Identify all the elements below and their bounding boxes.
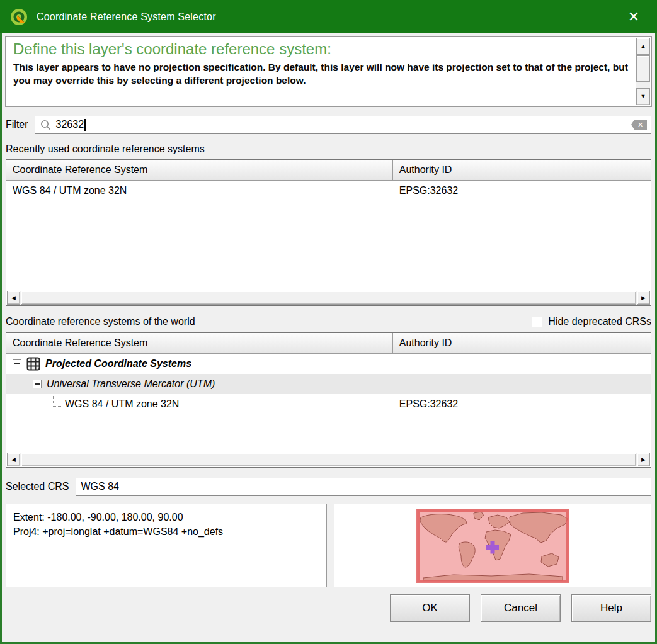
collapse-icon[interactable] xyxy=(13,359,21,368)
scrollbar-thumb[interactable] xyxy=(636,55,650,82)
text-caret xyxy=(84,119,86,131)
world-horizontal-scrollbar[interactable]: ◀ ▶ xyxy=(7,453,650,466)
filter-input[interactable]: 32632 ✕ xyxy=(35,116,651,134)
tree-item-label[interactable]: Projected Coordinate Systems xyxy=(45,358,191,370)
scrollbar-thumb[interactable] xyxy=(21,291,636,305)
authority-id-cell[interactable]: EPSG:32632 xyxy=(393,398,464,410)
hide-deprecated-label: Hide deprecated CRSs xyxy=(548,316,651,327)
recent-table-header: Coordinate Reference System Authority ID xyxy=(6,160,651,181)
window-title: Coordinate Reference System Selector xyxy=(37,11,216,23)
scroll-left-icon[interactable]: ◀ xyxy=(7,291,20,305)
recent-section-label: Recently used coordinate reference syste… xyxy=(6,144,651,155)
selected-crs-label: Selected CRS xyxy=(6,481,69,492)
clear-filter-icon[interactable]: ✕ xyxy=(631,120,647,130)
column-header-crs[interactable]: Coordinate Reference System xyxy=(6,333,393,353)
qgis-logo-icon xyxy=(9,7,29,27)
table-row[interactable]: WGS 84 / UTM zone 32N EPSG:32632 xyxy=(6,181,651,200)
close-button[interactable]: ✕ xyxy=(619,4,648,30)
recent-horizontal-scrollbar[interactable]: ◀ ▶ xyxy=(7,291,650,305)
title-bar: Coordinate Reference System Selector ✕ xyxy=(0,0,657,33)
extent-text: Extent: -180.00, -90.00, 180.00, 90.00 xyxy=(13,510,319,524)
scroll-up-icon[interactable]: ▲ xyxy=(636,38,650,55)
selected-crs-field[interactable]: WGS 84 xyxy=(76,478,652,496)
world-section-row: Coordinate reference systems of the worl… xyxy=(6,316,651,327)
world-table-header: Coordinate Reference System Authority ID xyxy=(6,333,651,354)
tree-item-label[interactable]: Universal Transverse Mercator (UTM) xyxy=(47,378,215,390)
world-crs-table: Coordinate Reference System Authority ID… xyxy=(6,332,651,468)
crs-name-cell[interactable]: WGS 84 / UTM zone 32N xyxy=(6,185,393,196)
column-header-crs[interactable]: Coordinate Reference System xyxy=(6,160,393,180)
filter-row: Filter 32632 ✕ xyxy=(6,115,651,134)
cancel-button[interactable]: Cancel xyxy=(481,594,561,622)
tree-item-utm[interactable]: Universal Transverse Mercator (UTM) xyxy=(6,374,651,394)
tree-item-projected[interactable]: Projected Coordinate Systems xyxy=(6,354,651,374)
search-icon xyxy=(40,120,51,130)
collapse-icon[interactable] xyxy=(33,380,42,388)
filter-value: 32632 xyxy=(56,119,84,130)
recent-crs-table: Coordinate Reference System Authority ID… xyxy=(6,159,651,306)
proj4-text: Proj4: +proj=longlat +datum=WGS84 +no_de… xyxy=(13,524,319,539)
scroll-down-icon[interactable]: ▼ xyxy=(636,88,650,105)
crs-selector-dialog: Coordinate Reference System Selector ✕ D… xyxy=(0,0,657,644)
filter-label: Filter xyxy=(6,119,28,130)
graticule-grid-icon xyxy=(26,357,40,371)
tree-item-wgs84-utm32n[interactable]: WGS 84 / UTM zone 32N EPSG:32632 xyxy=(6,394,651,414)
selected-crs-value: WGS 84 xyxy=(81,481,119,492)
hide-deprecated-group[interactable]: Hide deprecated CRSs xyxy=(532,316,651,327)
scroll-right-icon[interactable]: ▶ xyxy=(637,453,650,466)
tree-item-label[interactable]: WGS 84 / UTM zone 32N xyxy=(65,398,179,410)
message-heading: Define this layer's coordinate reference… xyxy=(13,40,630,58)
hide-deprecated-checkbox[interactable] xyxy=(532,317,542,327)
authority-id-cell[interactable]: EPSG:32632 xyxy=(393,185,651,196)
dialog-content: Define this layer's coordinate reference… xyxy=(2,33,655,642)
crs-details-section: Extent: -180.00, -90.00, 180.00, 90.00 P… xyxy=(6,504,651,587)
tree-branch-line xyxy=(53,396,61,407)
message-vertical-scrollbar[interactable]: ▲ ▼ xyxy=(636,38,650,105)
selected-crs-row: Selected CRS WGS 84 xyxy=(6,477,651,496)
scrollbar-thumb[interactable] xyxy=(21,453,636,466)
message-body: This layer appears to have no projection… xyxy=(13,60,630,88)
column-header-authority[interactable]: Authority ID xyxy=(393,333,651,353)
dialog-buttons: OK Cancel Help xyxy=(6,594,651,622)
world-section-label: Coordinate reference systems of the worl… xyxy=(6,316,195,327)
help-button[interactable]: Help xyxy=(571,594,651,622)
scroll-right-icon[interactable]: ▶ xyxy=(637,291,650,305)
ok-button[interactable]: OK xyxy=(390,594,470,622)
world-extent-map xyxy=(416,508,570,584)
crs-info-panel: Extent: -180.00, -90.00, 180.00, 90.00 P… xyxy=(6,504,327,587)
projection-message-box: Define this layer's coordinate reference… xyxy=(5,36,652,107)
column-header-authority[interactable]: Authority ID xyxy=(393,160,651,180)
scroll-left-icon[interactable]: ◀ xyxy=(7,453,20,466)
crs-extent-map-panel xyxy=(334,504,651,587)
